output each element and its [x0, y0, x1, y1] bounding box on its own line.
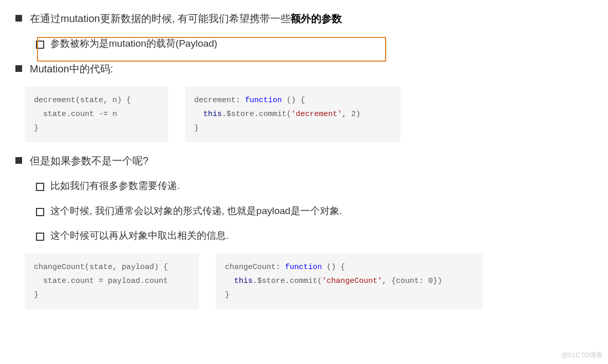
bullet-7-text: 这个时候可以再从对象中取出相关的信息. [50, 230, 229, 241]
bullet-1-bold: 额外的参数 [291, 13, 342, 24]
code-block-changecount-def: changeCount(state, payload) { state.coun… [25, 253, 199, 309]
bullet-6: 这个时候, 我们通常会以对象的形式传递, 也就是payload是一个对象. [36, 203, 593, 219]
bullet-5: 比如我们有很多参数需要传递. [36, 178, 593, 194]
bullet-3-text: Mutation中的代码: [30, 63, 113, 74]
bullet-2-text: 参数被称为是mutation的载荷(Payload) [50, 38, 217, 49]
bullet-1: 在通过mutation更新数据的时候, 有可能我们希望携带一些额外的参数 [15, 10, 593, 27]
code-block-decrement-call: decrement: function () { this.$store.com… [185, 86, 401, 142]
code-row-1: decrement(state, n) { state.count -= n }… [25, 86, 593, 142]
content-list: 在通过mutation更新数据的时候, 有可能我们希望携带一些额外的参数 参数被… [15, 10, 593, 77]
code-block-decrement-def: decrement(state, n) { state.count -= n } [25, 86, 168, 142]
code-block-changecount-call: changeCount: function () { this.$store.c… [216, 253, 483, 309]
bullet-5-text: 比如我们有很多参数需要传递. [50, 180, 180, 191]
bullet-6-text: 这个时候, 我们通常会以对象的形式传递, 也就是payload是一个对象. [50, 205, 342, 216]
bullet-2: 参数被称为是mutation的载荷(Payload) [36, 36, 593, 51]
watermark: @51CTO博客 [561, 351, 603, 360]
bullet-4: 但是如果参数不是一个呢? [15, 152, 593, 169]
code-row-2: changeCount(state, payload) { state.coun… [25, 253, 593, 309]
bullet-1-text: 在通过mutation更新数据的时候, 有可能我们希望携带一些 [30, 13, 291, 24]
bullet-7: 这个时候可以再从对象中取出相关的信息. [36, 228, 593, 243]
content-list-2: 但是如果参数不是一个呢? 比如我们有很多参数需要传递. 这个时候, 我们通常会以… [15, 152, 593, 243]
bullet-4-text: 但是如果参数不是一个呢? [30, 155, 148, 166]
bullet-3: Mutation中的代码: [15, 61, 593, 77]
